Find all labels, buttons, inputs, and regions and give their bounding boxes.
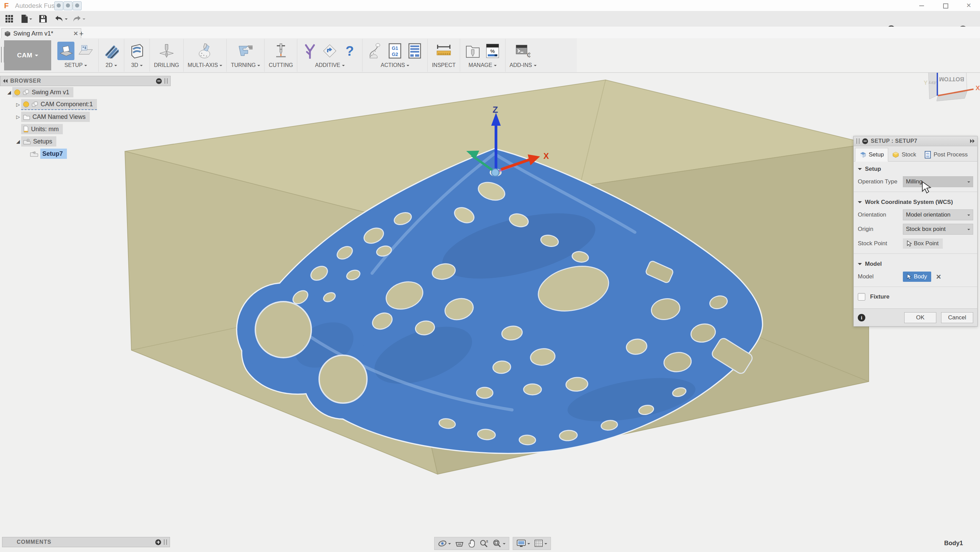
multi-axis-button[interactable]: [197, 41, 214, 60]
collapsed-arrow-icon[interactable]: ▷: [15, 114, 21, 120]
visibility-bulb-icon[interactable]: [23, 101, 29, 107]
new-tab-button[interactable]: +: [79, 29, 84, 38]
close-button[interactable]: ✕: [962, 2, 975, 10]
orbit-button[interactable]: [438, 539, 451, 547]
dialog-grip[interactable]: [856, 138, 859, 144]
section-wcs[interactable]: Work Coordinate System (WCS): [854, 195, 977, 208]
expanded-arrow-icon[interactable]: ◢: [6, 89, 12, 95]
ok-button[interactable]: OK: [904, 312, 936, 323]
tree-item-cam-component[interactable]: ▷ CAM Component:1: [0, 100, 178, 109]
post-process-button[interactable]: [367, 41, 384, 60]
comments-header[interactable]: COMMENTS: [2, 537, 170, 547]
restore-button[interactable]: [939, 2, 952, 10]
expanded-arrow-icon[interactable]: ◢: [15, 139, 21, 144]
recorder-widget-icon[interactable]: [54, 2, 63, 10]
document-tab[interactable]: Swing Arm v1* ✕: [2, 28, 81, 38]
recorder-widget-icon[interactable]: [64, 2, 72, 10]
feeds-speeds-button[interactable]: %: [484, 41, 501, 60]
redo-button[interactable]: [72, 14, 85, 24]
display-settings-button[interactable]: [517, 539, 530, 547]
orientation-select[interactable]: Model orientation: [903, 209, 973, 220]
additive-setup-button[interactable]: [321, 41, 338, 60]
zoom-button[interactable]: ±: [480, 539, 488, 547]
2d-milling-button[interactable]: [103, 41, 120, 60]
tree-item-setups[interactable]: ◢ Setups: [0, 137, 178, 146]
look-at-button[interactable]: [455, 540, 464, 547]
mouse-cursor: [922, 181, 934, 195]
viewcube-x-label: X: [975, 85, 980, 91]
hide-dialog-icon[interactable]: [862, 138, 868, 144]
setup-from-folder-button[interactable]: [77, 41, 94, 60]
tool-library-button[interactable]: [464, 41, 481, 60]
clear-selection-icon[interactable]: ✕: [936, 273, 942, 281]
group-label-2d[interactable]: 2D: [105, 62, 112, 68]
setup-sheet-button[interactable]: [406, 41, 423, 60]
app-grid-icon[interactable]: [5, 14, 13, 24]
stock-point-label: Stock Point: [858, 240, 903, 247]
group-label-addins[interactable]: ADD-INS: [510, 62, 532, 68]
operation-type-select[interactable]: Milling: [903, 176, 973, 187]
section-setup[interactable]: Setup: [854, 161, 977, 175]
tab-close-icon[interactable]: ✕: [73, 30, 78, 37]
group-label-turning[interactable]: TURNING: [231, 62, 256, 68]
new-setup-button[interactable]: [57, 41, 75, 60]
group-label-setup[interactable]: SETUP: [65, 62, 83, 68]
chevron-down-icon: [967, 214, 970, 217]
save-button[interactable]: [39, 14, 47, 24]
group-label-multiaxis[interactable]: MULTI-AXIS: [188, 62, 218, 68]
add-comment-icon[interactable]: [155, 539, 161, 545]
toolbar-group-addins: ⚙ ADD-INS: [506, 39, 541, 72]
group-label-inspect[interactable]: INSPECT: [432, 62, 455, 68]
tree-item-root[interactable]: ◢ Swing Arm v1: [0, 88, 178, 97]
undo-button[interactable]: [55, 14, 68, 24]
group-label-additive[interactable]: ADDITIVE: [315, 62, 340, 68]
3d-milling-button[interactable]: [128, 41, 145, 60]
group-label-3d[interactable]: 3D: [131, 62, 138, 68]
collapse-panel-icon[interactable]: [3, 79, 8, 83]
file-menu-button[interactable]: [21, 14, 32, 24]
gcode-editor-button[interactable]: G1G2: [387, 41, 404, 60]
tree-item-setup7[interactable]: Setup7: [0, 149, 178, 158]
hide-panel-icon[interactable]: [156, 78, 162, 84]
drilling-button[interactable]: [158, 41, 175, 60]
visibility-bulb-icon[interactable]: [14, 89, 20, 95]
tab-post-process[interactable]: G1G2 Post Process: [920, 148, 972, 161]
expand-dialog-icon[interactable]: [970, 139, 975, 143]
cutting-button[interactable]: [272, 41, 290, 60]
cancel-button[interactable]: Cancel: [941, 312, 973, 323]
browser-header[interactable]: BROWSER: [0, 76, 171, 86]
panel-grip[interactable]: [164, 78, 168, 84]
group-label-actions[interactable]: ACTIONS: [380, 62, 405, 68]
tab-setup[interactable]: Setup: [855, 148, 888, 161]
tree-item-named-views[interactable]: ▷ CAM Named Views: [0, 112, 178, 121]
group-label-drilling[interactable]: DRILLING: [154, 62, 179, 68]
collapsed-arrow-icon[interactable]: ▷: [15, 102, 21, 107]
panel-grip[interactable]: [164, 539, 167, 545]
pan-button[interactable]: [468, 539, 476, 547]
info-icon[interactable]: i: [858, 314, 865, 321]
support-structure-button[interactable]: [301, 41, 318, 60]
minimize-button[interactable]: [915, 2, 929, 10]
origin-select[interactable]: Stock box point: [903, 224, 973, 235]
browser-title: BROWSER: [10, 78, 41, 84]
section-model[interactable]: Model: [854, 257, 977, 270]
group-label-cutting[interactable]: CUTTING: [269, 62, 293, 68]
fit-button[interactable]: [493, 539, 506, 547]
dialog-header[interactable]: SETUP : SETUP7: [854, 136, 977, 146]
additive-help-button[interactable]: ?: [341, 41, 358, 60]
recorder-widget-icon[interactable]: [73, 2, 81, 10]
scripts-addins-button[interactable]: ⚙: [514, 41, 531, 60]
grid-layout-button[interactable]: [534, 539, 547, 547]
fixture-checkbox[interactable]: [858, 293, 865, 301]
chevron-down-icon: [448, 543, 451, 546]
stock-point-button[interactable]: Box Point: [903, 238, 943, 249]
turning-button[interactable]: [237, 41, 254, 60]
tab-stock[interactable]: Stock: [888, 148, 920, 161]
group-label-manage[interactable]: MANAGE: [469, 62, 492, 68]
orientation-label: Orientation: [858, 211, 903, 218]
tree-item-units[interactable]: Units: mm: [0, 124, 178, 134]
workspace-switcher[interactable]: CAM: [4, 40, 51, 70]
measure-button[interactable]: [435, 41, 452, 60]
chevron-down-icon: [342, 65, 345, 68]
model-body-selection[interactable]: Body: [903, 271, 931, 282]
